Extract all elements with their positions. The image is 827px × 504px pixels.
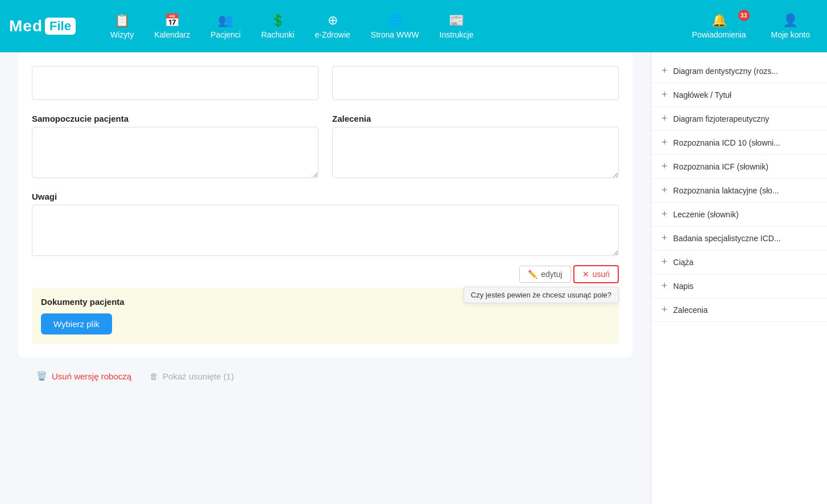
plus-icon-2: + [661,113,668,125]
plus-icon-8: + [661,256,668,268]
notification-badge: 33 [738,10,750,21]
sidebar-label-9: Napis [673,282,694,291]
strona-www-icon: 🌐 [387,13,403,28]
e-zdrowie-icon: ⊕ [328,13,338,28]
nav-item-rachunki[interactable]: 💲 Rachunki [253,9,302,44]
sidebar-item-6[interactable]: + Leczenie (słownik) [651,203,827,226]
nav-item-strona-www-label: Strona WWW [371,30,419,39]
rachunki-icon: 💲 [270,13,286,28]
form-section: Samopoczucie pacjenta Zalecenia Uwagi ✏️… [18,52,632,357]
logo-file-text: File [45,18,76,35]
sidebar-item-9[interactable]: + Napis [651,274,827,298]
moje-konto-label: Moje konto [771,30,810,39]
sidebar-label-0: Diagram dentystyczny (rozs... [673,67,778,76]
action-row: ✏️ edytuj ✕ usuń Czy jesteś pewien że ch… [32,265,619,283]
show-deleted-button[interactable]: 🗑 Pokaż usunięte (1) [150,371,234,381]
instrukcje-icon: 📰 [449,13,464,28]
kalendarz-icon: 📅 [164,13,180,28]
zalecenia-label: Zalecenia [332,114,619,123]
sidebar-label-10: Zalecenia [673,305,708,315]
plus-icon-6: + [661,208,668,220]
logo[interactable]: Med File [9,17,89,35]
sidebar-label-6: Leczenie (słownik) [673,210,739,219]
sidebar-item-8[interactable]: + Ciąża [651,250,827,274]
sidebar-label-4: Rozpoznania ICF (słownik) [673,162,768,171]
sidebar-label-8: Ciąża [673,258,694,267]
nav-item-rachunki-label: Rachunki [261,30,294,39]
sidebar-item-7[interactable]: + Badania specjalistyczne ICD... [651,226,827,250]
edytuj-label: edytuj [541,270,562,279]
top-input-right[interactable] [332,66,619,100]
moje-konto-icon: 👤 [783,13,798,28]
show-deleted-label: Pokaż usunięte (1) [163,371,234,381]
nav-item-wizyty[interactable]: 📋 Wizyty [102,9,142,44]
navbar: Med File 📋 Wizyty 📅 Kalendarz 👥 Pacjenci… [0,0,827,52]
samopoczucie-textarea[interactable] [32,127,319,178]
nav-right: 33 🔔 Powiadomienia 👤 Moje konto [684,9,818,44]
sidebar: + Diagram dentystyczny (rozs... + Nagłów… [651,52,827,504]
logo-med-text: Med [9,17,43,35]
choose-file-button[interactable]: Wybierz plik [41,313,112,334]
plus-icon-4: + [661,160,668,172]
sidebar-item-0[interactable]: + Diagram dentystyczny (rozs... [651,59,827,83]
sidebar-label-3: Rozpoznania ICD 10 (słowni... [673,138,780,147]
pacjenci-icon: 👥 [218,13,233,28]
nav-items: 📋 Wizyty 📅 Kalendarz 👥 Pacjenci 💲 Rachun… [102,9,684,44]
nav-powiadomienia[interactable]: 33 🔔 Powiadomienia [684,9,754,44]
nav-item-wizyty-label: Wizyty [110,30,134,39]
sidebar-label-5: Rozpoznania laktacyjne (sło... [673,186,779,195]
plus-icon-1: + [661,89,668,101]
uwagi-textarea[interactable] [32,205,619,256]
plus-icon-10: + [661,304,668,316]
trash-icon: 🗑️ [36,371,47,381]
top-inputs [32,66,619,100]
usun-label: usuń [593,270,610,279]
zalecenia-field: Zalecenia [332,114,619,178]
main-layout: Samopoczucie pacjenta Zalecenia Uwagi ✏️… [0,52,827,504]
trash-gray-icon: 🗑 [150,371,158,381]
delete-draft-label: Usuń wersję roboczą [52,371,131,381]
wizyty-icon: 📋 [114,13,130,28]
nav-item-e-zdrowie-label: e-Zdrowie [315,30,350,39]
two-col-fields: Samopoczucie pacjenta Zalecenia [32,114,619,178]
sidebar-label-2: Diagram fizjoterapeutyczny [673,114,770,123]
bottom-actions: 🗑️ Usuń wersję roboczą 🗑 Pokaż usunięte … [18,357,632,395]
sidebar-item-10[interactable]: + Zalecenia [651,298,827,322]
plus-icon-5: + [661,184,668,196]
nav-item-kalendarz-label: Kalendarz [154,30,190,39]
nav-item-kalendarz[interactable]: 📅 Kalendarz [146,9,198,44]
sidebar-item-3[interactable]: + Rozpoznania ICD 10 (słowni... [651,131,827,155]
nav-item-e-zdrowie[interactable]: ⊕ e-Zdrowie [307,9,358,44]
sidebar-item-5[interactable]: + Rozpoznania laktacyjne (sło... [651,179,827,203]
content-area: Samopoczucie pacjenta Zalecenia Uwagi ✏️… [0,52,651,504]
usun-button[interactable]: ✕ usuń [573,265,619,283]
powiadomienia-label: Powiadomienia [692,30,746,39]
pencil-icon: ✏️ [528,270,537,279]
sidebar-item-1[interactable]: + Nagłówek / Tytuł [651,83,827,107]
top-input-left[interactable] [32,66,319,100]
samopoczucie-field: Samopoczucie pacjenta [32,114,319,178]
delete-draft-button[interactable]: 🗑️ Usuń wersję roboczą [36,371,131,381]
nav-moje-konto[interactable]: 👤 Moje konto [763,9,818,44]
edytuj-button[interactable]: ✏️ edytuj [519,266,570,283]
confirm-tooltip-text: Czy jesteś pewien że chcesz usunąć pole? [471,291,611,299]
sidebar-label-1: Nagłówek / Tytuł [673,90,731,100]
samopoczucie-label: Samopoczucie pacjenta [32,114,319,123]
sidebar-item-2[interactable]: + Diagram fizjoterapeutyczny [651,107,827,131]
sidebar-item-4[interactable]: + Rozpoznania ICF (słownik) [651,155,827,179]
x-icon: ✕ [582,270,589,279]
nav-item-instrukcje-label: Instrukcje [440,30,474,39]
plus-icon-7: + [661,232,668,244]
uwagi-label: Uwagi [32,192,619,201]
plus-icon-3: + [661,137,668,148]
nav-item-strona-www[interactable]: 🌐 Strona WWW [363,9,427,44]
powiadomienia-icon: 🔔 [712,13,727,28]
plus-icon-0: + [661,65,668,77]
nav-item-pacjenci[interactable]: 👥 Pacjenci [202,9,249,44]
uwagi-section: Uwagi [32,192,619,265]
confirm-tooltip: Czy jesteś pewien że chcesz usunąć pole? [464,287,619,303]
zalecenia-textarea[interactable] [332,127,619,178]
nav-item-pacjenci-label: Pacjenci [210,30,241,39]
sidebar-label-7: Badania specjalistyczne ICD... [673,234,781,243]
nav-item-instrukcje[interactable]: 📰 Instrukcje [432,9,482,44]
